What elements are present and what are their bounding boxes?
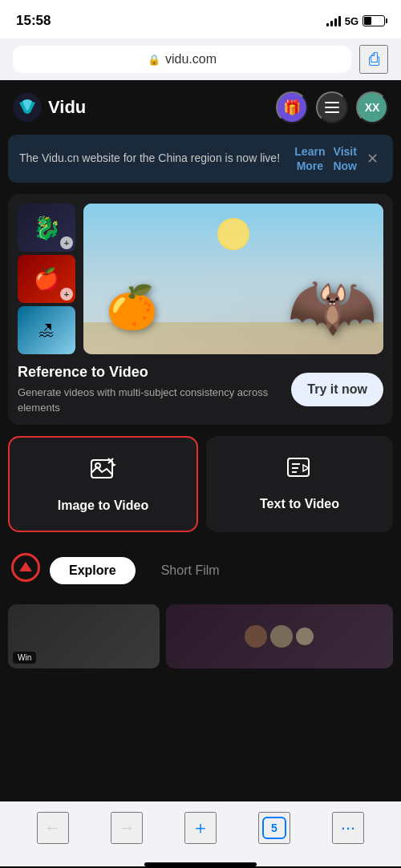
explore-tab[interactable]: Explore	[50, 557, 136, 584]
vidu-logo-icon	[13, 93, 42, 122]
scroll-up-icon	[11, 553, 40, 582]
apple-thumb-icon: 🍎	[34, 267, 59, 292]
beach-thumb-icon: 🏖	[38, 321, 55, 340]
person-icons	[245, 625, 314, 648]
ref-card-description: Generate videos with multi-subject consi…	[18, 386, 283, 414]
url-text: vidu.com	[165, 52, 217, 67]
thumb-dragon: 🐉 +	[18, 204, 75, 252]
gift-button[interactable]: 🎁	[276, 91, 308, 123]
short-film-tab[interactable]: Short Film	[142, 557, 239, 584]
logo-area: Vidu	[13, 93, 86, 122]
ref-card-title: Reference to Video	[18, 364, 283, 381]
main-preview: 🍊 🦇	[83, 204, 383, 354]
browser-bar: 🔒 vidu.com ⎙	[0, 38, 401, 80]
back-button[interactable]: ←	[37, 812, 69, 844]
status-time: 15:58	[16, 13, 51, 29]
banner-text: The Vidu.cn website for the China region…	[19, 151, 288, 167]
back-icon: ←	[44, 818, 62, 838]
learn-more-link[interactable]: LearnMore	[294, 144, 325, 173]
image-to-video-button[interactable]: Image to Video	[8, 436, 198, 532]
menu-button[interactable]	[316, 91, 348, 123]
visit-now-link[interactable]: VisitNow	[333, 144, 357, 173]
try-it-now-button[interactable]: Try it now	[291, 373, 383, 406]
up-arrow	[19, 562, 32, 571]
ellipsis-icon: ···	[341, 818, 355, 838]
text-to-video-icon	[286, 454, 314, 489]
url-bar[interactable]: 🔒 vidu.com	[13, 46, 351, 73]
app-area: Vidu 🎁 XX The Vidu.cn website for the Ch…	[0, 80, 401, 801]
share-icon: ⎙	[369, 49, 379, 70]
browser-nav: ← → ＋ 5 ···	[0, 801, 401, 862]
home-bar	[144, 862, 257, 866]
preview-content: 🍊 🦇	[83, 204, 383, 354]
text-to-video-button[interactable]: Text to Video	[206, 436, 393, 532]
logo-text: Vidu	[48, 97, 86, 118]
close-banner-button[interactable]: ✕	[363, 150, 382, 168]
banner-links: LearnMore VisitNow	[294, 144, 357, 173]
tabs-button[interactable]: 5	[258, 812, 290, 844]
hamburger-icon	[325, 102, 339, 113]
add-thumb-icon: +	[60, 236, 73, 249]
mode-buttons: Image to Video Text to Video	[0, 436, 401, 532]
avatar-button[interactable]: XX	[356, 91, 388, 123]
add-apple-icon: +	[60, 288, 73, 301]
lock-icon: 🔒	[148, 54, 160, 66]
content-row: Win	[0, 598, 401, 675]
ref-card-info: Reference to Video Generate videos with …	[18, 364, 383, 414]
thumb-beach: 🏖	[18, 306, 75, 354]
more-button[interactable]: ···	[332, 812, 364, 844]
person-icon-3	[296, 628, 314, 645]
person-icon-2	[270, 625, 293, 648]
header-actions: 🎁 XX	[276, 91, 388, 123]
thumb-apple: 🍎 + »	[18, 255, 75, 303]
forward-button[interactable]: →	[111, 812, 143, 844]
image-to-video-label: Image to Video	[58, 499, 149, 513]
person-icon-1	[245, 625, 267, 648]
tabs-count: 5	[262, 817, 286, 839]
content-card-1: Win	[8, 604, 160, 668]
ref-card-content: 🐉 + 🍎 + » 🏖	[18, 204, 383, 354]
forward-icon: →	[118, 818, 136, 838]
content-tabs: Explore Short Film	[50, 557, 239, 584]
status-icons: 5G	[326, 15, 385, 27]
image-to-video-icon	[89, 455, 118, 491]
battery-icon	[363, 15, 385, 26]
ref-card-text: Reference to Video Generate videos with …	[18, 364, 283, 414]
win-badge: Win	[13, 652, 36, 664]
dragon-thumb-icon: 🐉	[33, 215, 61, 241]
dragon-preview: 🦇	[287, 264, 377, 348]
avatar-initials: XX	[365, 101, 380, 114]
scroll-up-button[interactable]	[8, 550, 43, 585]
plus-icon: ＋	[192, 816, 209, 840]
text-to-video-label: Text to Video	[260, 497, 339, 511]
bottom-nav-area: Explore Short Film	[0, 543, 401, 598]
china-banner: The Vidu.cn website for the China region…	[8, 135, 393, 183]
apple-preview: 🍊	[106, 283, 158, 332]
status-bar: 15:58 5G	[0, 0, 401, 38]
add-tab-button[interactable]: ＋	[184, 812, 217, 844]
tabs-row-container: Explore Short Film	[8, 550, 393, 591]
sun-decoration	[217, 218, 249, 250]
content-card-2	[166, 604, 393, 668]
app-header: Vidu 🎁 XX	[0, 80, 401, 135]
share-button[interactable]: ⎙	[359, 45, 388, 74]
signal-icon	[326, 15, 341, 26]
network-type: 5G	[345, 15, 358, 27]
thumbnails-col: 🐉 + 🍎 + » 🏖	[18, 204, 75, 354]
ref-to-video-card: 🐉 + 🍎 + » 🏖	[8, 194, 393, 424]
home-indicator	[0, 862, 401, 866]
